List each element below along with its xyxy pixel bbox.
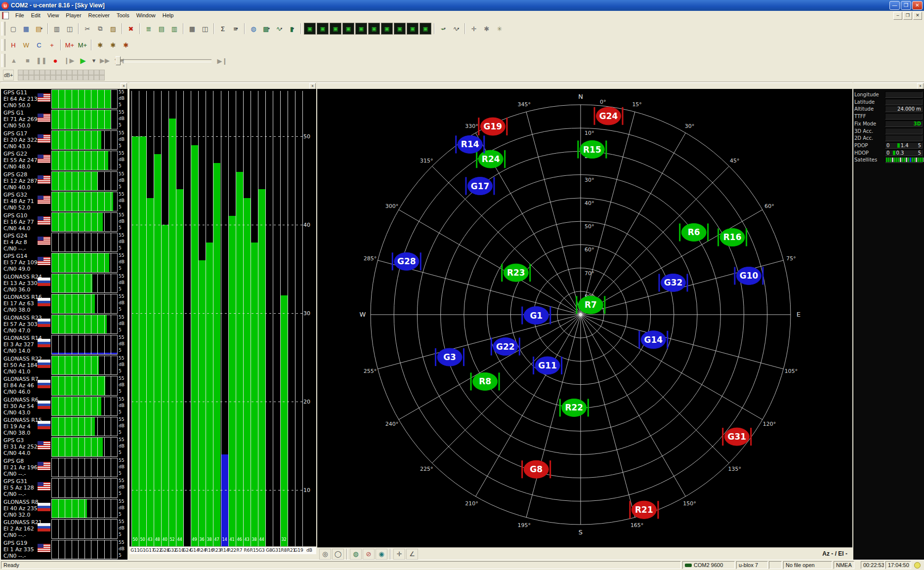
record-button[interactable]: ● [49, 55, 61, 66]
menu-window[interactable]: Window [133, 11, 159, 19]
google-earth-icon[interactable]: ◍ [248, 23, 259, 35]
menu-receiver[interactable]: Receiver [85, 11, 113, 19]
pause-button[interactable]: ❚❚ [36, 55, 47, 66]
pkg-1-icon[interactable]: ✱ [94, 39, 106, 51]
print-icon[interactable]: ▥ [51, 23, 63, 35]
dock-6-icon[interactable]: ▣ [368, 23, 380, 35]
cut-icon[interactable]: ✂ [82, 23, 93, 35]
play-button[interactable]: ▶ [77, 55, 89, 66]
macro-add-1-icon[interactable]: M+ [64, 39, 76, 51]
menu-help[interactable]: Help [159, 11, 177, 19]
dock-8-icon[interactable]: ▣ [394, 23, 406, 35]
sigma-view-icon[interactable]: Σ [217, 23, 229, 35]
gear-icon[interactable]: ✱ [481, 23, 493, 35]
histogram-view-icon[interactable]: ▮▾ [286, 23, 298, 35]
therm-warm-icon[interactable]: W [20, 39, 32, 51]
text-console-icon[interactable]: ≣ [143, 23, 155, 35]
status-file[interactable]: No file open [783, 561, 832, 569]
fast-forward-button[interactable]: ▶▶ [99, 55, 111, 66]
svg-text:G11: G11 [538, 361, 557, 370]
list-view-icon[interactable]: ≡▾ [230, 23, 242, 35]
stop-button[interactable]: ■ [22, 55, 34, 66]
to-end-button[interactable]: ▶❙ [216, 55, 228, 66]
playback-slider-thumb[interactable] [116, 56, 121, 65]
pkg-3-icon[interactable]: ✱ [120, 39, 132, 51]
dock-2-icon[interactable]: ▣ [317, 23, 329, 35]
status-com-port[interactable]: COM2 9600 [682, 561, 735, 569]
menu-player[interactable]: Player [62, 11, 84, 19]
restore-button[interactable]: ❐ [901, 1, 911, 10]
status-protocol[interactable]: NMEA [834, 561, 854, 569]
therm-window-icon[interactable]: + [46, 39, 58, 51]
menu-edit[interactable]: Edit [28, 11, 44, 19]
info-value-box: 051.4 [885, 142, 923, 149]
macro-add-2-icon[interactable]: M+ [77, 39, 88, 51]
minimize-button[interactable]: — [889, 1, 900, 10]
therm-hot-icon[interactable]: H [7, 39, 19, 51]
discard-icon[interactable]: ✖ [125, 23, 137, 35]
column-view-icon[interactable]: ◫ [199, 23, 211, 35]
db-add-icon[interactable]: dB+ [3, 70, 14, 81]
close-button[interactable]: ✕ [912, 1, 923, 10]
pkg-2-icon[interactable]: ✱ [107, 39, 119, 51]
playback-slider[interactable] [115, 59, 211, 62]
new-file-icon[interactable]: ▢ [7, 23, 19, 35]
dropdown-arrow-icon: ▾ [281, 27, 283, 31]
message-slot [72, 70, 78, 75]
toolbar-grip[interactable] [1, 54, 5, 67]
map-view-icon[interactable]: ▩▾ [260, 23, 272, 35]
satellite-list-row: GLONASS R22El 50 Az 184C/N0 41.055dB5 [1, 355, 127, 375]
step-button[interactable]: ❙▶ [63, 55, 75, 66]
ellipse-view-icon[interactable]: ◯ [332, 549, 344, 560]
connection-icon[interactable]: ⌁▾ [437, 23, 449, 35]
menu-tools[interactable]: Tools [113, 11, 133, 19]
info-value-box [885, 91, 923, 98]
mdi-minimize-button[interactable]: – [893, 12, 902, 20]
copy-icon[interactable]: ⧉ [94, 23, 106, 35]
status-message: Ready [1, 561, 681, 569]
dock-1-icon[interactable]: ▣ [304, 23, 316, 35]
play-dropdown-button[interactable]: ▾ [91, 55, 97, 66]
messages-view-icon[interactable]: ▥ [168, 23, 180, 35]
satellite-icon[interactable]: ◉ [376, 549, 387, 560]
sky-map-icon[interactable]: ⊘ [363, 549, 375, 560]
status-receiver[interactable]: u-blox 7 [736, 561, 768, 569]
dock-5-icon[interactable]: ▣ [355, 23, 367, 35]
us-flag-icon [38, 196, 50, 204]
paste-icon[interactable]: ▨ [107, 23, 119, 35]
therm-cold-icon[interactable]: C [33, 39, 45, 51]
mdi-restore-button[interactable]: ❐ [903, 12, 912, 20]
crosshair-icon[interactable]: ✛ [468, 23, 480, 35]
dock-10-icon[interactable]: ▣ [420, 23, 431, 35]
dock-3-icon[interactable]: ▣ [330, 23, 341, 35]
gauge-tick [91, 90, 91, 108]
mdi-close-button[interactable]: ✕ [913, 12, 922, 20]
dock-9-icon[interactable]: ▣ [407, 23, 419, 35]
eject-button[interactable]: ▲ [8, 55, 20, 66]
save-icon[interactable]: ▦ [20, 23, 32, 35]
chart-view-icon[interactable]: ∿▾ [273, 23, 285, 35]
russia-flag-icon [38, 360, 50, 368]
us-flag-icon [38, 175, 50, 184]
open-icon[interactable]: ▤▾ [33, 23, 45, 35]
gauge-tick [72, 274, 72, 292]
binary-console-icon[interactable]: ▤ [156, 23, 168, 35]
satellite-info-text: GLONASS R22El 50 Az 184C/N0 41.0 [3, 356, 42, 375]
preferences-icon[interactable]: ✳ [494, 23, 505, 35]
gauge-tick [104, 233, 105, 251]
dock-7-icon[interactable]: ▣ [381, 23, 393, 35]
dop-gauge-bar [897, 143, 900, 148]
menu-view[interactable]: View [44, 11, 63, 19]
gauge-tick [78, 233, 79, 251]
gauge-tick [65, 438, 65, 456]
world-map-icon[interactable]: ◍ [350, 549, 362, 560]
gauge-tick [91, 110, 91, 128]
table-view-icon[interactable]: ▦ [186, 23, 198, 35]
print-preview-icon[interactable]: ◫ [64, 23, 76, 35]
dock-4-icon[interactable]: ▣ [342, 23, 354, 35]
menu-file[interactable]: File [12, 11, 28, 19]
packet-console-icon[interactable]: ∿▾ [450, 23, 462, 35]
polar-view-icon[interactable]: ◎ [319, 549, 331, 560]
compass-icon[interactable]: ✛ [393, 549, 405, 560]
az-el-grid-icon[interactable]: ∠ [406, 549, 418, 560]
